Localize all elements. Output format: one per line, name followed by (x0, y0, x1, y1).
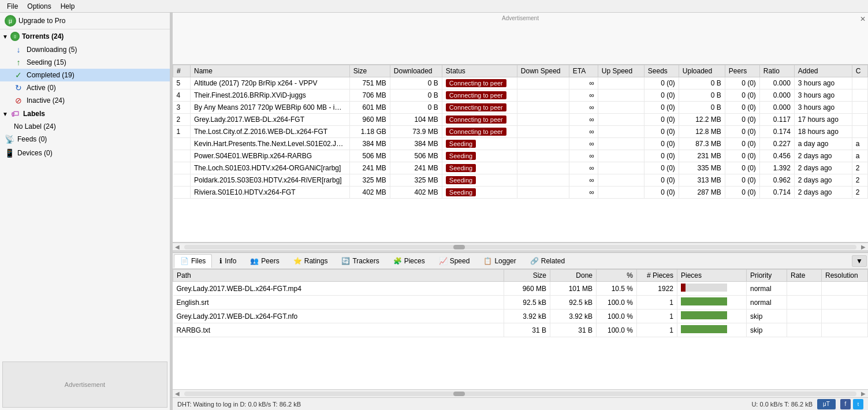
torrent-row[interactable]: 5 Altitude (2017) 720p BrRip x264 - VPPV… (173, 77, 868, 90)
torrent-row[interactable]: Power.S04E01.WEBRip.x264-RARBG 506 MB 50… (173, 150, 868, 162)
tab-ratings[interactable]: ⭐ Ratings (287, 254, 334, 268)
files-hscroll-thumb[interactable] (453, 392, 465, 396)
sidebar-feeds[interactable]: 📡 Feeds (0) (0, 132, 170, 146)
col-header-eta[interactable]: ETA (569, 65, 598, 77)
sidebar-downloading[interactable]: ↓ Downloading (5) (0, 43, 170, 56)
sidebar-no-label[interactable]: No Label (24) (0, 121, 170, 132)
col-header-size[interactable]: Size (349, 65, 390, 77)
tab-trackers[interactable]: 🔄 Trackers (335, 254, 385, 268)
files-col-size[interactable]: Size (504, 270, 550, 282)
col-header-seeds[interactable]: Seeds (644, 65, 679, 77)
tab-speed[interactable]: 📈 Speed (433, 254, 476, 268)
torrent-seeds: 0 (0) (644, 187, 679, 199)
torrent-status: Connecting to peer (442, 114, 517, 126)
files-col-pieces-bar[interactable]: Pieces (677, 270, 747, 282)
tab-peers[interactable]: 👥 Peers (244, 254, 285, 268)
ad-close-button[interactable]: ✕ (860, 15, 866, 23)
active-label: Active (0) (27, 84, 56, 92)
file-row[interactable]: Grey.Lady.2017.WEB-DL.x264-FGT.nfo 3.92 … (173, 310, 868, 323)
file-row[interactable]: Grey.Lady.2017.WEB-DL.x264-FGT.mp4 960 M… (173, 282, 868, 296)
torrent-peers: 0 (0) (725, 162, 759, 174)
torrent-uploaded: 313 MB (679, 174, 725, 187)
torrent-added: 3 hours ago (794, 77, 852, 90)
tab-info[interactable]: ℹ Info (213, 254, 243, 268)
col-header-ratio[interactable]: Ratio (759, 65, 794, 77)
facebook-icon[interactable]: f (840, 399, 851, 409)
files-list[interactable]: Path Size Done % # Pieces Pieces Priorit… (173, 269, 868, 389)
torrent-row[interactable]: Riviera.S01E10.HDTV.x264-FGT 402 MB 402 … (173, 187, 868, 199)
files-hscrollbar[interactable]: ◀ ▶ (173, 389, 868, 397)
tabs-dropdown[interactable]: ▼ (852, 255, 867, 267)
file-row[interactable]: English.srt 92.5 kB 92.5 kB 100.0 % 1 no… (173, 296, 868, 310)
col-header-peers[interactable]: Peers (725, 65, 759, 77)
file-row[interactable]: RARBG.txt 31 B 31 B 100.0 % 1 skip (173, 323, 868, 337)
tab-logger[interactable]: 📋 Logger (477, 254, 522, 268)
menu-options[interactable]: Options (23, 1, 55, 12)
sidebar-labels-header[interactable]: ▼ 🏷 Labels (0, 107, 170, 121)
torrent-peers: 0 (0) (725, 126, 759, 138)
col-header-uploaded[interactable]: Uploaded (679, 65, 725, 77)
torrent-eta: ∞ (569, 126, 598, 138)
torrent-peers: 0 (0) (725, 138, 759, 150)
torrent-row[interactable]: 1 The.Lost.City.of.Z.2016.WEB-DL.x264-FG… (173, 126, 868, 138)
torrent-eta: ∞ (569, 102, 598, 114)
sidebar-torrents-header[interactable]: ▼ ↕ Torrents (24) (0, 29, 170, 43)
downloading-label: Downloading (5) (27, 46, 77, 54)
upgrade-button[interactable]: μ Upgrade to Pro (0, 13, 170, 29)
torrent-row[interactable]: The.Loch.S01E03.HDTV.x264-ORGANiC[rarbg]… (173, 162, 868, 174)
hscroll-thumb[interactable] (453, 245, 465, 249)
file-rate (787, 282, 822, 296)
torrent-eta: ∞ (569, 90, 598, 102)
torrent-row[interactable]: Poldark.2015.S03E03.HDTV.x264-RiVER[rarb… (173, 174, 868, 187)
col-header-added[interactable]: Added (794, 65, 852, 77)
col-header-name[interactable]: Name (191, 65, 350, 77)
sidebar-completed[interactable]: ✓ Completed (19) (0, 69, 170, 81)
files-col-priority[interactable]: Priority (747, 270, 787, 282)
sidebar-inactive[interactable]: ⊘ Inactive (24) (0, 94, 170, 107)
col-header-downloaded[interactable]: Downloaded (390, 65, 442, 77)
torrent-hscrollbar[interactable]: ◀ ▶ (173, 243, 868, 251)
related-tab-icon: 🔗 (530, 257, 539, 265)
file-pieces: 1 (637, 323, 677, 337)
sidebar-active[interactable]: ↻ Active (0) (0, 81, 170, 94)
torrent-row[interactable]: Kevin.Hart.Presents.The.Next.Level.S01E0… (173, 138, 868, 150)
tab-related[interactable]: 🔗 Related (524, 254, 571, 268)
file-done: 31 B (550, 323, 597, 337)
torrent-list[interactable]: # Name Size Downloaded Status Down Speed… (173, 65, 868, 243)
files-col-resolution[interactable]: Resolution (822, 270, 868, 282)
col-header-num[interactable]: # (173, 65, 191, 77)
files-col-path[interactable]: Path (173, 270, 504, 282)
social-icons: f t (840, 399, 863, 409)
col-header-c[interactable]: C (852, 65, 867, 77)
tab-pieces[interactable]: 🧩 Pieces (387, 254, 431, 268)
torrent-eta: ∞ (569, 187, 598, 199)
col-header-upspeed[interactable]: Up Speed (598, 65, 644, 77)
torrent-row[interactable]: 2 Grey.Lady.2017.WEB-DL.x264-FGT 960 MB … (173, 114, 868, 126)
menu-file[interactable]: File (2, 1, 23, 12)
col-header-downspeed[interactable]: Down Speed (517, 65, 569, 77)
file-priority: skip (747, 310, 787, 323)
torrents-icon: ↕ (10, 32, 20, 41)
torrent-row[interactable]: 3 By Any Means 2017 720p WEBRip 600 MB -… (173, 102, 868, 114)
torrent-row[interactable]: 4 Their.Finest.2016.BRRip.XViD-juggs 706… (173, 90, 868, 102)
torrent-upspeed (598, 162, 644, 174)
torrent-c: a (852, 150, 867, 162)
col-header-status[interactable]: Status (442, 65, 517, 77)
torrent-downloaded: 241 MB (390, 162, 442, 174)
twitter-icon[interactable]: t (853, 399, 863, 409)
torrent-c (852, 114, 867, 126)
torrent-added: 3 hours ago (794, 102, 852, 114)
torrent-ratio: 1.392 (759, 162, 794, 174)
files-col-pieces[interactable]: # Pieces (637, 270, 677, 282)
files-col-done[interactable]: Done (550, 270, 597, 282)
sidebar-seeding[interactable]: ↑ Seeding (15) (0, 56, 170, 69)
files-col-percent[interactable]: % (597, 270, 637, 282)
torrent-downloaded: 73.9 MB (390, 126, 442, 138)
files-col-rate[interactable]: Rate (787, 270, 822, 282)
sidebar-devices[interactable]: 📱 Devices (0) (0, 146, 170, 160)
tab-files[interactable]: 📄 Files (174, 254, 212, 268)
torrent-added: 2 days ago (794, 174, 852, 187)
torrent-num: 3 (173, 102, 191, 114)
menu-help[interactable]: Help (56, 1, 80, 12)
torrent-size: 601 MB (349, 102, 390, 114)
